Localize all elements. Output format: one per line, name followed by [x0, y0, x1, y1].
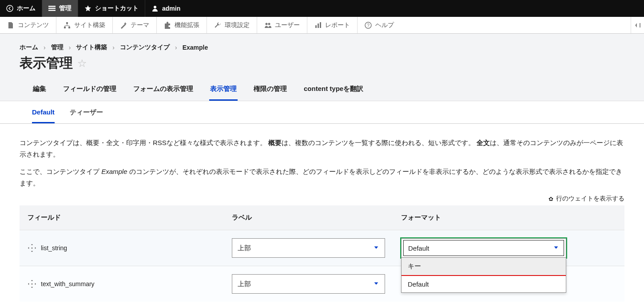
- tab-translate[interactable]: content typeを翻訳: [303, 80, 364, 101]
- svg-point-4: [154, 6, 156, 8]
- admin-menu: コンテンツ サイト構築 テーマ 機能拡張 環境設定 ユーザー レポート ? ヘル…: [0, 17, 644, 34]
- topbar: ホーム 管理 ショートカット admin: [0, 0, 644, 17]
- breadcrumb-sep: ›: [112, 44, 115, 51]
- breadcrumb-item[interactable]: サイト構築: [76, 43, 107, 51]
- header-region: ホーム › 管理 › サイト構築 › コンテンツタイプ › Example 表示…: [0, 34, 644, 101]
- tab-permissions[interactable]: 権限の管理: [253, 80, 288, 101]
- breadcrumb-item[interactable]: 管理: [51, 43, 64, 51]
- topbar-shortcuts-label: ショートカット: [95, 4, 139, 12]
- barchart-icon: [314, 22, 322, 29]
- admin-menu-reports[interactable]: レポート: [307, 17, 358, 33]
- chevron-down-icon: [553, 244, 559, 252]
- svg-rect-7: [68, 27, 70, 28]
- topbar-home-label: ホーム: [17, 4, 36, 12]
- intro-p1-bold2: 全文: [477, 139, 490, 146]
- puzzle-icon: [164, 22, 171, 29]
- admin-menu-collapse[interactable]: [631, 17, 644, 33]
- topbar-shortcuts[interactable]: ショートカット: [78, 0, 145, 17]
- topbar-admin[interactable]: 管理: [42, 0, 78, 17]
- format-dropdown: キー Default: [401, 258, 566, 293]
- tab-teaser[interactable]: ティーザー: [70, 108, 103, 123]
- show-row-weights[interactable]: ✿ 行のウェイトを表示する: [20, 195, 624, 203]
- person-icon: [151, 5, 159, 12]
- admin-menu-content-label: コンテンツ: [18, 21, 49, 29]
- label-select[interactable]: 上部: [232, 238, 385, 258]
- format-select-value: Default: [408, 244, 429, 252]
- document-icon: [7, 22, 14, 29]
- dropdown-option-key[interactable]: キー: [402, 258, 566, 275]
- breadcrumb-item[interactable]: コンテンツタイプ: [120, 43, 170, 51]
- intro-p2-a: ここで、コンテンツタイプ: [20, 168, 101, 175]
- label-select-value: 上部: [238, 280, 251, 288]
- format-select[interactable]: Default: [401, 238, 566, 258]
- admin-menu-config-label: 環境設定: [225, 21, 250, 29]
- label-select-value: 上部: [238, 244, 251, 252]
- svg-point-0: [7, 5, 13, 12]
- admin-menu-help[interactable]: ? ヘルプ: [358, 17, 401, 33]
- star-icon: [84, 5, 91, 12]
- label-select[interactable]: 上部: [232, 274, 385, 294]
- admin-menu-help-label: ヘルプ: [375, 21, 394, 29]
- svg-point-9: [268, 23, 270, 25]
- svg-rect-2: [48, 8, 56, 9]
- admin-menu-people-label: ユーザー: [275, 21, 300, 29]
- topbar-admin-label: 管理: [59, 4, 72, 12]
- topbar-user[interactable]: admin: [145, 0, 187, 17]
- th-field: フィールド: [20, 205, 224, 230]
- intro-p1-bold1: 概要: [268, 139, 282, 146]
- svg-rect-11: [318, 24, 319, 28]
- topbar-home[interactable]: ホーム: [0, 0, 42, 17]
- field-name: text_with_summary: [41, 280, 95, 287]
- table-row: list_string 上部 Default: [20, 230, 624, 266]
- wrench-icon: [214, 22, 221, 29]
- show-row-weights-label: 行のウェイトを表示する: [556, 195, 624, 203]
- svg-rect-12: [320, 22, 321, 28]
- gear-icon: ✿: [549, 196, 553, 202]
- tab-default[interactable]: Default: [32, 108, 55, 123]
- breadcrumb-item[interactable]: Example: [183, 44, 208, 51]
- menu-icon: [48, 5, 56, 12]
- intro-p1-c: は、複数のコンテンツを一覧する際に使われる、短い形式です。: [282, 139, 475, 146]
- admin-menu-reports-label: レポート: [325, 21, 350, 29]
- admin-menu-structure[interactable]: サイト構築: [56, 17, 113, 33]
- star-outline-icon[interactable]: ☆: [77, 57, 87, 70]
- svg-rect-3: [48, 10, 56, 11]
- admin-menu-people[interactable]: ユーザー: [257, 17, 307, 33]
- breadcrumb: ホーム › 管理 › サイト構築 › コンテンツタイプ › Example: [20, 43, 624, 51]
- intro-p1-a: コンテンツタイプは、概要・全文・印字用・RSSなど様々な様式で表示されます。: [20, 139, 266, 146]
- primary-tabs: 編集 フィールドの管理 フォームの表示管理 表示管理 権限の管理 content…: [20, 80, 624, 101]
- topbar-user-label: admin: [162, 5, 180, 12]
- dropdown-option-default[interactable]: Default: [402, 276, 566, 292]
- admin-menu-appearance-label: テーマ: [131, 21, 149, 29]
- svg-rect-5: [66, 22, 68, 24]
- people-icon: [264, 22, 271, 29]
- page-title: 表示管理: [20, 54, 73, 72]
- admin-menu-config[interactable]: 環境設定: [207, 17, 257, 33]
- breadcrumb-sep: ›: [175, 44, 177, 51]
- admin-menu-extend-label: 機能拡張: [175, 21, 199, 29]
- breadcrumb-sep: ›: [44, 44, 46, 51]
- content-region: コンテンツタイプは、概要・全文・印字用・RSSなど様々な様式で表示されます。 概…: [0, 124, 644, 307]
- chevron-down-icon: [373, 244, 379, 252]
- secondary-tabs: Default ティーザー: [0, 101, 644, 124]
- drag-handle-icon[interactable]: [28, 279, 36, 288]
- intro-text: コンテンツタイプは、概要・全文・印字用・RSSなど様々な様式で表示されます。 概…: [20, 137, 624, 189]
- svg-rect-1: [48, 6, 56, 7]
- svg-rect-10: [315, 25, 317, 28]
- drag-handle-icon[interactable]: [28, 244, 36, 252]
- breadcrumb-sep: ›: [69, 44, 71, 51]
- admin-menu-content[interactable]: コンテンツ: [0, 17, 56, 33]
- admin-menu-appearance[interactable]: テーマ: [113, 17, 157, 33]
- help-icon: ?: [365, 22, 372, 29]
- breadcrumb-item[interactable]: ホーム: [20, 43, 38, 51]
- admin-menu-extend[interactable]: 機能拡張: [157, 17, 207, 33]
- fields-table: フィールド ラベル フォーマット list_string 上部: [20, 205, 624, 302]
- intro-p2-italic: Example: [101, 168, 127, 175]
- tab-form-display[interactable]: フォームの表示管理: [132, 80, 194, 101]
- chevron-down-icon: [373, 280, 379, 288]
- svg-point-8: [266, 23, 268, 25]
- tab-manage-display[interactable]: 表示管理: [209, 80, 238, 101]
- admin-menu-structure-label: サイト構築: [74, 21, 105, 29]
- tab-edit[interactable]: 編集: [32, 80, 47, 101]
- tab-manage-fields[interactable]: フィールドの管理: [62, 80, 117, 101]
